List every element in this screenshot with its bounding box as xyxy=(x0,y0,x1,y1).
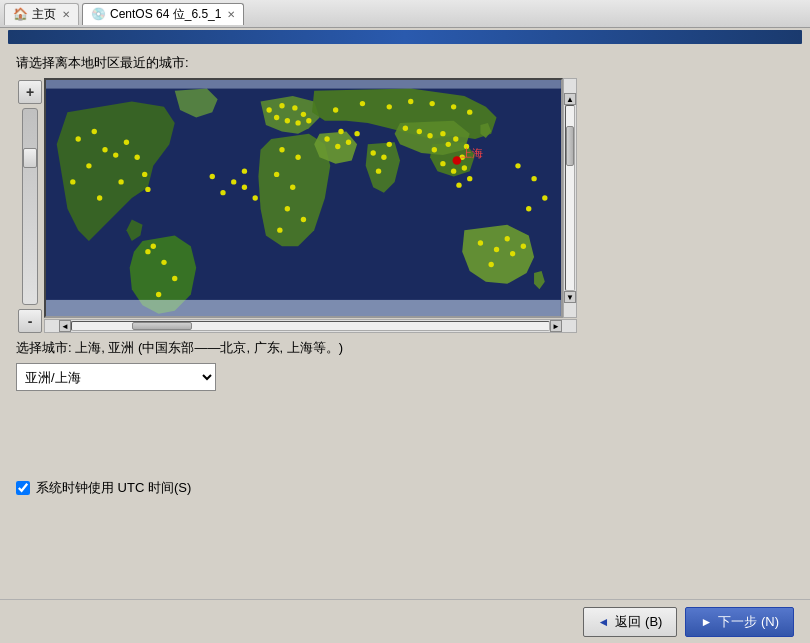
svg-point-4 xyxy=(113,152,118,157)
svg-point-54 xyxy=(408,99,413,104)
tab-home[interactable]: 🏠 主页 ✕ xyxy=(4,3,79,25)
svg-point-78 xyxy=(252,195,257,200)
svg-point-12 xyxy=(145,187,150,192)
svg-point-35 xyxy=(346,140,351,145)
vscroll-track xyxy=(565,105,575,291)
svg-point-18 xyxy=(266,107,271,112)
svg-point-6 xyxy=(124,140,129,145)
svg-point-73 xyxy=(210,174,215,179)
svg-point-58 xyxy=(440,161,445,166)
home-icon: 🏠 xyxy=(13,7,28,21)
scroll-right-button[interactable]: ► xyxy=(550,320,562,332)
svg-point-30 xyxy=(285,206,290,211)
svg-point-17 xyxy=(151,244,156,249)
city-select[interactable]: 亚洲/上海 亚洲/北京 亚洲/香港 亚洲/台北 xyxy=(16,363,216,391)
svg-point-23 xyxy=(285,118,290,123)
svg-point-34 xyxy=(335,144,340,149)
selected-city-info: 选择城市: 上海, 亚洲 (中国东部——北京, 广东, 上海等。) xyxy=(16,339,794,357)
progress-area xyxy=(0,28,810,46)
map-area: 上海 ▲ ▼ ◄ xyxy=(44,78,577,333)
svg-point-45 xyxy=(440,131,445,136)
svg-point-72 xyxy=(526,206,531,211)
zoom-slider-thumb[interactable] xyxy=(23,148,37,168)
svg-point-11 xyxy=(97,195,102,200)
zoom-in-button[interactable]: + xyxy=(18,80,42,104)
svg-point-77 xyxy=(242,185,247,190)
svg-point-52 xyxy=(360,101,365,106)
svg-point-55 xyxy=(429,101,434,106)
tab-centos-label: CentOS 64 位_6.5_1 xyxy=(110,6,221,23)
back-button[interactable]: ◄ 返回 (B) xyxy=(583,607,678,637)
svg-point-1 xyxy=(75,136,80,141)
next-button[interactable]: ► 下一步 (N) xyxy=(685,607,794,637)
zoom-slider-track xyxy=(22,108,38,305)
svg-point-61 xyxy=(467,176,472,181)
hscroll-thumb[interactable] xyxy=(132,322,192,330)
svg-point-14 xyxy=(161,260,166,265)
zoom-controls: + - xyxy=(16,78,44,333)
back-label: 返回 (B) xyxy=(615,613,662,631)
svg-point-70 xyxy=(531,176,536,181)
utc-checkbox[interactable] xyxy=(16,481,30,495)
svg-point-16 xyxy=(156,292,161,297)
svg-point-62 xyxy=(456,182,461,187)
vscroll-thumb[interactable] xyxy=(566,126,574,166)
tab-home-close[interactable]: ✕ xyxy=(62,9,70,20)
svg-point-26 xyxy=(279,147,284,152)
svg-point-24 xyxy=(295,120,300,125)
svg-point-44 xyxy=(427,133,432,138)
map-wrapper: + - xyxy=(16,78,794,333)
instruction-label: 请选择离本地时区最近的城市: xyxy=(16,54,794,72)
svg-point-25 xyxy=(306,118,311,123)
svg-point-46 xyxy=(446,142,451,147)
svg-point-76 xyxy=(242,169,247,174)
svg-rect-82 xyxy=(46,300,561,316)
tab-centos[interactable]: 💿 CentOS 64 位_6.5_1 ✕ xyxy=(82,3,244,25)
zoom-out-button[interactable]: - xyxy=(18,309,42,333)
title-bar: 🏠 主页 ✕ 💿 CentOS 64 位_6.5_1 ✕ xyxy=(0,0,810,28)
svg-point-48 xyxy=(453,136,458,141)
tab-centos-icon: 💿 xyxy=(91,7,106,21)
svg-point-22 xyxy=(274,115,279,120)
svg-point-57 xyxy=(467,110,472,115)
scroll-left-button[interactable]: ◄ xyxy=(59,320,71,332)
utc-label: 系统时钟使用 UTC 时间(S) xyxy=(36,479,191,497)
svg-point-28 xyxy=(274,172,279,177)
main-content: 请选择离本地时区最近的城市: + - xyxy=(0,46,810,505)
svg-point-27 xyxy=(295,155,300,160)
svg-point-29 xyxy=(290,185,295,190)
svg-point-19 xyxy=(279,103,284,108)
svg-point-68 xyxy=(488,262,493,267)
map-container[interactable]: 上海 xyxy=(44,78,563,318)
svg-point-20 xyxy=(292,105,297,110)
back-icon: ◄ xyxy=(598,615,610,629)
svg-point-8 xyxy=(142,172,147,177)
progress-bar xyxy=(8,30,802,44)
svg-point-7 xyxy=(134,155,139,160)
map-vertical-scrollbar[interactable]: ▲ ▼ xyxy=(563,78,577,318)
svg-point-53 xyxy=(387,104,392,109)
svg-point-9 xyxy=(118,179,123,184)
svg-point-66 xyxy=(505,236,510,241)
svg-point-63 xyxy=(478,240,483,245)
svg-point-41 xyxy=(387,142,392,147)
svg-point-74 xyxy=(220,190,225,195)
svg-point-36 xyxy=(338,129,343,134)
svg-point-51 xyxy=(333,107,338,112)
svg-point-2 xyxy=(92,129,97,134)
map-horizontal-scrollbar[interactable]: ◄ ► xyxy=(44,319,577,333)
svg-point-64 xyxy=(494,247,499,252)
svg-point-3 xyxy=(102,147,107,152)
svg-point-71 xyxy=(542,195,547,200)
world-map: 上海 xyxy=(46,80,561,316)
scroll-down-button[interactable]: ▼ xyxy=(564,291,576,303)
tab-centos-close[interactable]: ✕ xyxy=(227,9,235,20)
svg-point-47 xyxy=(432,147,437,152)
svg-point-75 xyxy=(231,179,236,184)
svg-point-65 xyxy=(510,251,515,256)
scroll-up-button[interactable]: ▲ xyxy=(564,93,576,105)
next-label: 下一步 (N) xyxy=(718,613,779,631)
utc-row: 系统时钟使用 UTC 时间(S) xyxy=(16,479,794,497)
svg-text:上海: 上海 xyxy=(461,147,483,159)
svg-point-43 xyxy=(417,129,422,134)
